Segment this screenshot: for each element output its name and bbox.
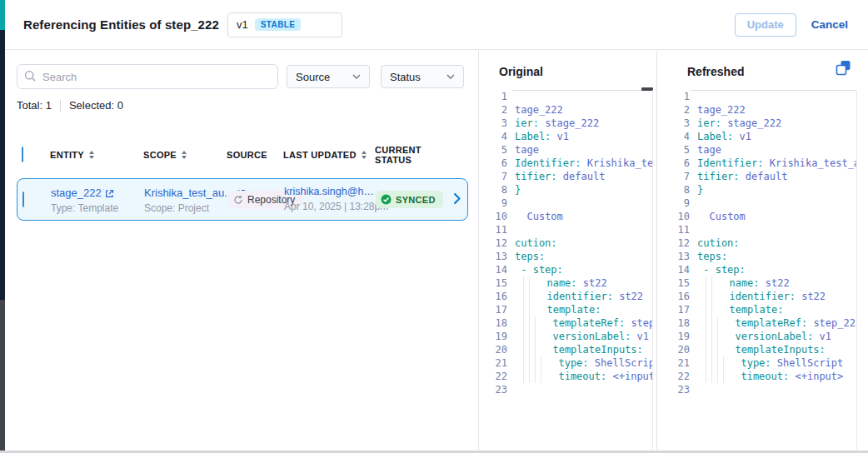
code-token: template:	[535, 303, 601, 316]
code-token: ier:	[697, 117, 721, 130]
scope-level: Scope: Project	[144, 202, 227, 215]
line-number: 12	[479, 236, 507, 250]
code-token: versionLabel:	[541, 330, 631, 343]
code-line: 19 versionLabel: v1	[661, 330, 857, 343]
indent-guides	[706, 290, 717, 303]
code-line: 21 type: ShellScript	[661, 356, 857, 370]
last-updated-cell: krishika.singh@harnes... Apr 10, 2025 | …	[284, 186, 376, 213]
cancel-button[interactable]: Cancel	[811, 18, 848, 31]
code-token: templateRef:	[541, 316, 625, 330]
code-line: 18 templateRef: step_222	[479, 316, 653, 330]
code-token: Custom	[709, 210, 745, 223]
line-number: 3	[661, 117, 690, 130]
select-all-checkbox[interactable]	[22, 147, 23, 162]
sort-icon[interactable]	[362, 151, 367, 159]
sort-icon[interactable]	[182, 151, 187, 159]
indent-guides	[706, 370, 729, 383]
line-number: 6	[479, 157, 507, 170]
chevron-down-icon	[446, 74, 455, 79]
code-token	[551, 130, 556, 143]
line-number: 6	[661, 157, 690, 170]
version-select[interactable]: v1 STABLE	[227, 12, 342, 37]
code-token: Identifier:	[697, 157, 763, 170]
chevron-down-icon	[313, 22, 333, 27]
code-line: 11	[479, 223, 653, 236]
code-line: 1	[479, 90, 653, 103]
chevron-right-icon[interactable]	[454, 193, 461, 204]
status-filter-dropdown[interactable]: Status	[381, 65, 464, 88]
code-line: 17 template:	[479, 303, 653, 316]
code-token: step_222	[631, 316, 653, 330]
line-number: 8	[479, 183, 507, 197]
indent-guides	[523, 370, 546, 383]
indent-guides	[523, 303, 535, 316]
column-header-entity[interactable]: ENTITY	[50, 150, 143, 160]
code-line: 3ier: stage_222	[479, 117, 653, 130]
code-token	[539, 117, 545, 130]
code-token: default	[563, 170, 606, 183]
line-number: 14	[661, 263, 690, 276]
code-line: 21 type: ShellScript	[479, 356, 653, 370]
indent-guides	[706, 276, 717, 290]
sort-icon[interactable]	[89, 151, 94, 159]
copy-icon[interactable]	[835, 60, 851, 77]
check-circle-icon	[381, 194, 392, 205]
code-token	[763, 157, 769, 170]
repository-icon	[233, 195, 243, 205]
update-button[interactable]: Update	[735, 13, 796, 37]
line-number: 20	[479, 343, 507, 356]
row-checkbox[interactable]	[22, 192, 24, 207]
original-panel-title: Original	[499, 65, 543, 78]
code-token: default	[746, 170, 788, 183]
column-header-scope[interactable]: SCOPE	[143, 150, 227, 160]
original-code-editor[interactable]: 12tage_2223ier: stage_2224Label: v15tage…	[479, 90, 653, 453]
line-number: 20	[661, 343, 690, 356]
code-token	[589, 356, 595, 370]
vertical-scrollbar-track[interactable]	[856, 90, 857, 453]
chevron-down-icon	[352, 74, 361, 79]
code-token: cution:	[697, 236, 740, 250]
code-token: ShellScript	[777, 356, 843, 370]
code-token: st22	[583, 276, 607, 290]
code-token: versionLabel:	[723, 330, 813, 343]
code-token: stage_222	[727, 117, 781, 130]
indent-guides	[523, 316, 541, 330]
refreshed-code-editor[interactable]: 12tage_2223ier: stage_2224Label: v15tage…	[661, 90, 857, 453]
code-token	[697, 210, 709, 223]
code-line: 14 - step:	[479, 263, 653, 276]
code-token	[577, 276, 583, 290]
code-line: 20 templateInputs:	[661, 343, 857, 356]
code-token: v1	[820, 330, 831, 343]
search-input[interactable]	[17, 64, 278, 89]
code-token	[606, 370, 612, 383]
source-cell: Repository	[227, 191, 284, 209]
column-label: LAST UPDATED	[283, 150, 357, 160]
line-number: 9	[479, 197, 507, 210]
column-header-last-updated[interactable]: LAST UPDATED	[283, 150, 375, 160]
indent-guides	[706, 330, 723, 343]
vertical-scrollbar-track[interactable]	[652, 90, 653, 453]
code-line: 13teps:	[479, 250, 653, 263]
line-number: 11	[479, 223, 507, 236]
code-token: }	[515, 183, 521, 197]
code-line: 7tifier: default	[479, 170, 653, 183]
entity-link[interactable]: stage_222	[51, 187, 114, 200]
code-line: 10 Custom	[479, 210, 653, 223]
code-token: tifier:	[697, 170, 740, 183]
table-row[interactable]: stage_222 Type: Template Krishika_test_a…	[17, 178, 468, 221]
code-line: 19 versionLabel: v1	[479, 330, 653, 343]
code-line: 2tage_222	[661, 103, 857, 117]
code-token: ShellScript	[595, 356, 653, 370]
refreshed-panel-title: Refreshed	[687, 65, 744, 78]
line-number: 21	[661, 356, 690, 370]
code-token: step_222	[813, 316, 857, 330]
entity-cell: stage_222 Type: Template	[51, 184, 144, 215]
updated-at: Apr 10, 2025 | 13:28pm	[284, 201, 376, 213]
line-number: 13	[479, 250, 507, 263]
version-value: v1	[237, 18, 248, 31]
total-count: Total: 1	[17, 99, 52, 112]
status-badge: SYNCED	[376, 191, 443, 208]
selected-count: Selected: 0	[69, 99, 123, 112]
source-filter-dropdown[interactable]: Source	[287, 65, 370, 88]
code-token: tage_222	[515, 103, 563, 117]
